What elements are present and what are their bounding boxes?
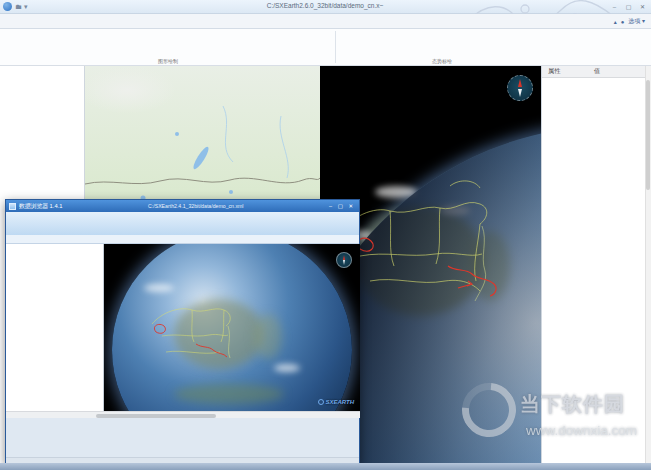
draw-group-caption: 图形绘制: [2, 58, 334, 64]
properties-header-name: 属性: [542, 67, 594, 76]
ribbon-extras: ▴ ● 选项 ▾: [614, 14, 651, 29]
properties-panel: 属性 值: [541, 66, 651, 463]
properties-scrollbar-thumb[interactable]: [646, 80, 650, 190]
ribbon-collapse-icon[interactable]: ▴: [614, 18, 617, 25]
secondary-title-path: C:/SXEarth2.4.1_32bit/data/demo_cn.xml: [63, 203, 330, 209]
plot-group-caption: 态势标绘: [338, 58, 546, 64]
desktop: 🖿 ▾ C:/SXEarth2.6.0_32bit/data/demo_cn.x…: [0, 0, 651, 470]
secondary-hscrollbar[interactable]: [6, 411, 360, 418]
secondary-compass-widget[interactable]: [336, 252, 352, 268]
close-button[interactable]: ✕: [636, 2, 649, 12]
sxearth-logo: SXEARTH: [318, 399, 354, 405]
app-logo-icon[interactable]: [3, 2, 12, 11]
compass-south-needle: [518, 89, 522, 97]
secondary-titlebar[interactable]: 数据浏览器 1.4.1 C:/SXEarth2.4.1_32bit/data/d…: [6, 200, 359, 212]
options-menu[interactable]: 选项 ▾: [628, 17, 645, 26]
secondary-window-controls[interactable]: – ▢ ✕: [329, 203, 359, 209]
secondary-app-icon: [9, 203, 16, 210]
help-icon[interactable]: ●: [621, 19, 625, 25]
secondary-globe-view[interactable]: SXEARTH: [104, 244, 360, 411]
sxearth-logo-icon: [318, 399, 324, 405]
secondary-title-left: 数据浏览器 1.4.1: [19, 202, 63, 211]
properties-header: 属性 值: [542, 66, 651, 78]
secondary-scene-tree: [6, 244, 104, 411]
maximize-button[interactable]: ▢: [622, 2, 635, 12]
ribbon: 图形绘制 态势标绘: [0, 29, 651, 66]
properties-header-value: 值: [594, 67, 600, 76]
quick-save-icon[interactable]: 🖿 ▾: [15, 3, 27, 11]
secondary-toolbar-small: [6, 235, 359, 244]
compass-widget[interactable]: [507, 75, 533, 101]
secondary-toolbar: [6, 212, 359, 235]
ribbon-tab-bar: ▴ ● 选项 ▾: [0, 14, 651, 29]
main-titlebar: 🖿 ▾ C:/SXEarth2.6.0_32bit/data/demo_cn.x…: [0, 0, 651, 14]
ribbon-group-plot: 态势标绘: [338, 29, 546, 65]
ribbon-group-draw: 图形绘制: [2, 29, 334, 65]
secondary-window[interactable]: 数据浏览器 1.4.1 C:/SXEarth2.4.1_32bit/data/d…: [5, 199, 360, 464]
window-title: C:/SXEarth2.6.0_32bit/data/demo_cn.x~: [160, 2, 490, 9]
main-statusbar: [0, 463, 651, 470]
minimize-button[interactable]: –: [608, 2, 621, 12]
secondary-globe-vectors: [104, 244, 360, 411]
secondary-hscrollbar-thumb[interactable]: [96, 414, 216, 418]
compass-north-needle: [518, 79, 522, 87]
ribbon-group-separator: [335, 31, 336, 63]
